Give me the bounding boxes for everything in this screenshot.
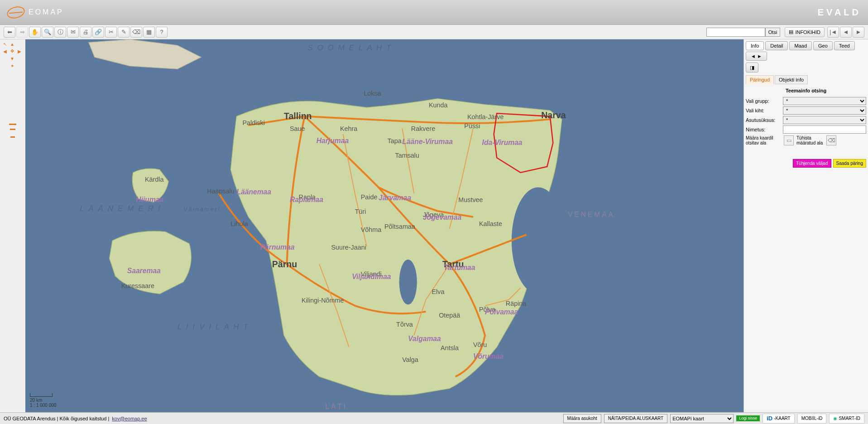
tab-info[interactable]: Info xyxy=(746,41,764,50)
tab-detail[interactable]: Detail xyxy=(765,41,788,50)
city-lihula: Lihula xyxy=(230,220,248,227)
pan-n-icon[interactable]: ▲ xyxy=(9,41,15,48)
subtab-objekti[interactable]: Objekti info xyxy=(775,75,808,84)
eomap-logo-icon xyxy=(5,5,26,20)
search-input[interactable] xyxy=(706,28,765,37)
city-tapa: Tapa xyxy=(388,137,402,145)
cancel-area-icon[interactable]: ⌫ xyxy=(826,135,836,145)
city-vohma: Võhma xyxy=(361,226,382,233)
pan-center-icon[interactable]: ✥ xyxy=(9,48,15,55)
search-button[interactable]: Otsi xyxy=(765,28,781,37)
finland-coast xyxy=(89,39,201,69)
city-kunda: Kunda xyxy=(429,101,448,109)
lake-peipsi xyxy=(512,188,565,294)
region-raplamaa: Raplamaa xyxy=(290,196,323,203)
mobiil-id-button[interactable]: MOBIIL-iD xyxy=(797,414,827,424)
select-kiht[interactable]: * xyxy=(783,106,866,115)
back-icon[interactable]: ⬅ xyxy=(4,27,15,38)
footer-email-link[interactable]: kov@eomap.ee xyxy=(112,416,147,421)
label-laanemeri: L Ä Ä N E M E R I xyxy=(80,204,161,213)
city-rakvere: Rakvere xyxy=(411,125,435,132)
city-elva: Elva xyxy=(432,288,445,295)
city-suure: Suure-Jaani xyxy=(331,244,366,251)
infokihid-button[interactable]: ▤INFOKIHID xyxy=(785,27,825,37)
city-haapsalu: Haapsalu xyxy=(207,188,235,195)
draw-icon[interactable]: ✎ xyxy=(118,27,129,38)
help-icon[interactable]: ? xyxy=(156,27,168,38)
draw-area-icon[interactable]: ▭ xyxy=(784,135,794,145)
toggle-basemap-button[interactable]: NÄITA/PEIDA ALUSKAART xyxy=(604,414,667,423)
send-query-button[interactable]: Saada päring xyxy=(833,159,867,168)
locate-button[interactable]: Määra asukoht xyxy=(563,414,601,423)
city-kehra: Kehra xyxy=(340,125,357,132)
city-poltsamaa: Põltsamaa xyxy=(384,223,415,230)
pan-nw-icon[interactable]: ↖ xyxy=(2,41,8,48)
tab-nav[interactable]: ◄ ► xyxy=(746,52,767,61)
smart-id-icon: ◉ xyxy=(833,416,837,421)
region-vorumaa: Võrumaa xyxy=(473,352,504,360)
link-icon[interactable]: 🔗 xyxy=(92,27,104,38)
left-nav-pad: ↖ ▲ ◀ ✥ ▶ ▼ ✦ ▬ xyxy=(0,39,25,412)
tab-geo[interactable]: Geo xyxy=(813,41,833,50)
footer-copyright: OÜ GEODATA Arendus | Kõik õigused kaitst… xyxy=(4,416,109,421)
nav-first-icon[interactable]: |◄ xyxy=(827,27,839,38)
zoom-slider[interactable]: ▬ xyxy=(2,124,24,139)
nav-prev-icon[interactable]: ◄ xyxy=(840,27,852,38)
smart-id-button[interactable]: ◉SMART-ID xyxy=(829,414,864,424)
basemap-select[interactable]: EOMAPi kaart xyxy=(670,414,734,423)
label-kiht: Vali kiht: xyxy=(746,108,781,113)
select-asutus[interactable]: * xyxy=(783,116,866,124)
info-icon[interactable]: ⓘ xyxy=(54,27,66,38)
label-grupp: Vali grupp: xyxy=(746,98,781,104)
search-box: Otsi xyxy=(706,28,781,37)
city-otepaa: Otepää xyxy=(439,312,460,319)
image-icon[interactable]: ▦ xyxy=(143,27,155,38)
city-mustvee: Mustvee xyxy=(458,196,483,203)
city-loksa: Loksa xyxy=(364,90,381,97)
city-kuressaare: Kuressaare xyxy=(121,282,154,289)
city-valga: Valga xyxy=(402,356,418,363)
region-viljandimaa: Viljandimaa xyxy=(352,273,391,280)
print-icon[interactable]: 🖨 xyxy=(80,27,91,38)
erase-icon[interactable]: ⌫ xyxy=(130,27,142,38)
label-venemaa: VENEMAA xyxy=(568,211,615,218)
city-paldiski: Paldiski xyxy=(242,119,264,126)
nav-next-icon[interactable]: ► xyxy=(853,27,864,38)
zoom-icon[interactable]: 🔍 xyxy=(42,27,53,38)
pan-icon[interactable]: ✋ xyxy=(29,27,41,38)
map-canvas[interactable]: S O O M E L A H T L Ä Ä N E M E R I L I … xyxy=(25,39,743,412)
mail-icon[interactable]: ✉ xyxy=(67,27,79,38)
pan-s-icon[interactable]: ▼ xyxy=(9,56,15,62)
city-voru: Võru xyxy=(473,341,487,348)
region-ida-viru: Ida-Virumaa xyxy=(482,139,523,146)
clear-fields-button[interactable]: Tühjenda väljad xyxy=(793,159,831,168)
region-tartumaa: Tartumaa xyxy=(444,264,475,271)
collapse-panel-icon[interactable]: ◨ xyxy=(746,63,758,72)
id-kaart-button[interactable]: iD-KAART xyxy=(762,414,795,424)
input-nimetus[interactable] xyxy=(783,125,866,134)
city-kallaste: Kallaste xyxy=(479,220,502,227)
pan-e-icon[interactable]: ▶ xyxy=(16,48,23,55)
city-kardla: Kärdla xyxy=(145,176,164,183)
tab-maad[interactable]: Maad xyxy=(789,41,812,50)
zoom-extent-icon[interactable]: ✦ xyxy=(9,63,15,69)
measure-icon[interactable]: ✂ xyxy=(105,27,117,38)
tab-teed[interactable]: Teed xyxy=(834,41,855,50)
layers-icon: ▤ xyxy=(789,29,793,35)
map-svg: S O O M E L A H T L Ä Ä N E M E R I L I … xyxy=(25,39,743,412)
login-button[interactable]: Logi sisse xyxy=(736,415,760,421)
region-saaremaa: Saaremaa xyxy=(127,267,161,275)
label-asutus: Asutusüksus: xyxy=(746,117,781,123)
label-liivi-laht: L I I V I L A H T xyxy=(177,323,249,331)
pan-w-icon[interactable]: ◀ xyxy=(2,48,8,55)
city-rapina: Räpina xyxy=(506,300,527,307)
footer: OÜ GEODATA Arendus | Kõik õigused kaitst… xyxy=(0,412,868,424)
panel-title: Teemainfo otsing xyxy=(746,88,866,93)
forward-icon[interactable]: ➡ xyxy=(16,27,28,38)
select-grupp[interactable]: * xyxy=(783,97,866,105)
city-kohtla: Kohtla-Järve xyxy=(467,113,504,120)
city-turi: Türi xyxy=(355,208,366,215)
subtab-paringud[interactable]: Päringud xyxy=(746,75,774,84)
label-soome-laht: S O O M E L A H T xyxy=(307,43,392,52)
city-pussi: Püssi xyxy=(464,122,480,130)
